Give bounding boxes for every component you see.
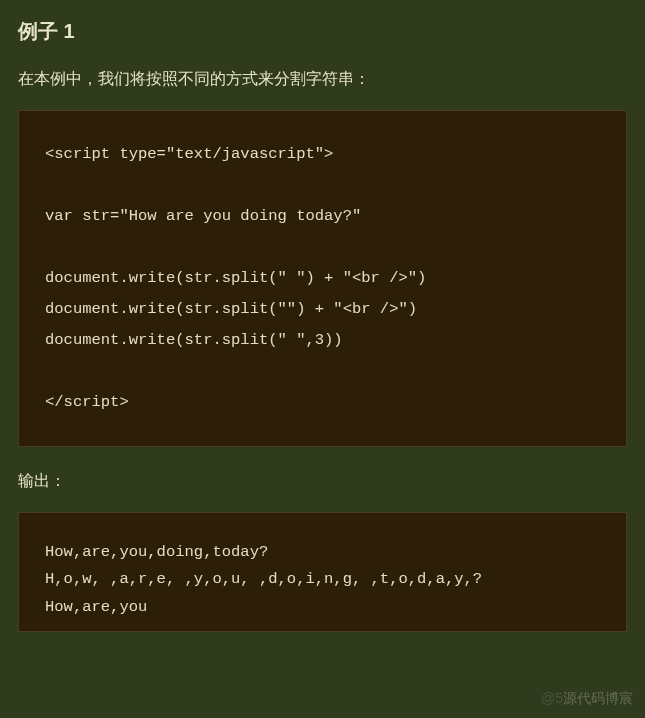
watermark: @5源代码博宸 [541, 690, 633, 708]
example-intro: 在本例中，我们将按照不同的方式来分割字符串： [18, 67, 627, 90]
example-heading: 例子 1 [18, 18, 627, 45]
watermark-text: 源代码博宸 [563, 690, 633, 706]
output-content: How,are,you,doing,today? H,o,w, ,a,r,e, … [45, 539, 600, 620]
output-label: 输出： [18, 471, 627, 492]
output-block: How,are,you,doing,today? H,o,w, ,a,r,e, … [18, 512, 627, 631]
code-block: <script type="text/javascript"> var str=… [18, 110, 627, 447]
watermark-prefix: @5 [541, 690, 563, 706]
article-section: 例子 1 在本例中，我们将按照不同的方式来分割字符串： <script type… [0, 0, 645, 632]
code-content: <script type="text/javascript"> var str=… [45, 139, 600, 418]
